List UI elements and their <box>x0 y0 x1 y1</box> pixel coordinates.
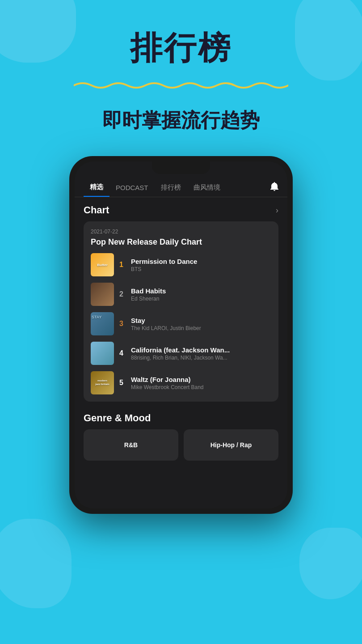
track-rank-1: 1 <box>119 261 126 269</box>
track-info-5: Waltz (For Joanna) Mike Westbrook Concer… <box>131 376 271 390</box>
bg-blob-4 <box>299 528 362 599</box>
track-artwork-5: modernjazz:britain <box>91 371 114 394</box>
bg-blob-3 <box>0 519 72 608</box>
genre-cards: R&B Hip-Hop / Rap <box>84 429 278 461</box>
track-song-1: Permission to Dance <box>131 258 271 265</box>
track-item[interactable]: Butter 1 Permission to Dance BTS <box>91 253 271 276</box>
track-artwork-1: Butter <box>91 253 114 276</box>
track-artist-3: The Kid LAROI, Justin Bieber <box>131 325 271 331</box>
chart-section-title: Chart <box>84 204 109 216</box>
track-song-4: California (feat. Jackson Wan... <box>131 346 271 354</box>
track-artist-1: BTS <box>131 266 271 272</box>
track-info-4: California (feat. Jackson Wan... 88risin… <box>131 346 271 361</box>
subtitle: 即时掌握流行趋势 <box>0 107 362 134</box>
genre-card-hiphop[interactable]: Hip-Hop / Rap <box>184 429 278 461</box>
track-item[interactable]: 2 Bad Habits Ed Sheeran <box>91 283 271 306</box>
track-rank-2: 2 <box>119 290 126 298</box>
top-section: 排行榜 即时掌握流行趋势 <box>0 0 362 134</box>
chart-name: Pop New Release Daily Chart <box>91 237 271 247</box>
phone-outer: 精选 PODCAST 排行榜 曲风情境 <box>69 156 293 514</box>
main-title: 排行榜 <box>0 27 362 70</box>
genre-card-rnb[interactable]: R&B <box>84 429 178 461</box>
nav-item-genre[interactable]: 曲风情境 <box>187 179 227 196</box>
track-item[interactable]: STAY 3 Stay The Kid LAROI, Justin Bieber <box>91 312 271 335</box>
track-song-5: Waltz (For Joanna) <box>131 376 271 383</box>
bell-icon[interactable] <box>270 182 278 193</box>
wave-decoration <box>74 79 288 92</box>
genre-section: Genre & Mood R&B Hip-Hop / Rap <box>75 405 287 461</box>
track-info-2: Bad Habits Ed Sheeran <box>131 287 271 302</box>
track-info-1: Permission to Dance BTS <box>131 258 271 272</box>
track-info-3: Stay The Kid LAROI, Justin Bieber <box>131 317 271 331</box>
track-song-3: Stay <box>131 317 271 324</box>
nav-item-featured[interactable]: 精选 <box>84 178 109 197</box>
track-artist-4: 88rising, Rich Brian, NIKI, Jackson Wa..… <box>131 355 271 361</box>
track-item[interactable]: modernjazz:britain 5 Waltz (For Joanna) … <box>91 371 271 394</box>
track-artist-5: Mike Westbrook Concert Band <box>131 384 271 390</box>
track-item[interactable]: 4 California (feat. Jackson Wan... 88ris… <box>91 342 271 365</box>
track-artwork-2 <box>91 283 114 306</box>
track-artwork-3: STAY <box>91 312 114 335</box>
genre-label-hiphop: Hip-Hop / Rap <box>210 441 252 449</box>
phone-screen: 精选 PODCAST 排行榜 曲风情境 <box>75 161 287 508</box>
chart-card: 2021-07-22 Pop New Release Daily Chart B… <box>84 221 278 402</box>
chart-section: Chart › 2021-07-22 Pop New Release Daily… <box>75 197 287 405</box>
chart-header: Chart › <box>84 204 278 216</box>
track-rank-3: 3 <box>119 320 126 328</box>
chart-arrow-icon[interactable]: › <box>276 206 278 215</box>
genre-section-title: Genre & Mood <box>84 412 278 424</box>
track-rank-4: 4 <box>119 349 126 357</box>
nav-item-charts[interactable]: 排行榜 <box>155 179 187 196</box>
chart-date: 2021-07-22 <box>91 229 271 235</box>
track-rank-5: 5 <box>119 379 126 387</box>
track-artist-2: Ed Sheeran <box>131 296 271 302</box>
nav-item-podcast[interactable]: PODCAST <box>109 179 155 196</box>
phone-wrapper: 精选 PODCAST 排行榜 曲风情境 <box>0 156 362 514</box>
track-artwork-4 <box>91 342 114 365</box>
genre-label-rnb: R&B <box>124 441 138 449</box>
nav-bar: 精选 PODCAST 排行榜 曲风情境 <box>75 161 287 197</box>
track-song-2: Bad Habits <box>131 287 271 295</box>
